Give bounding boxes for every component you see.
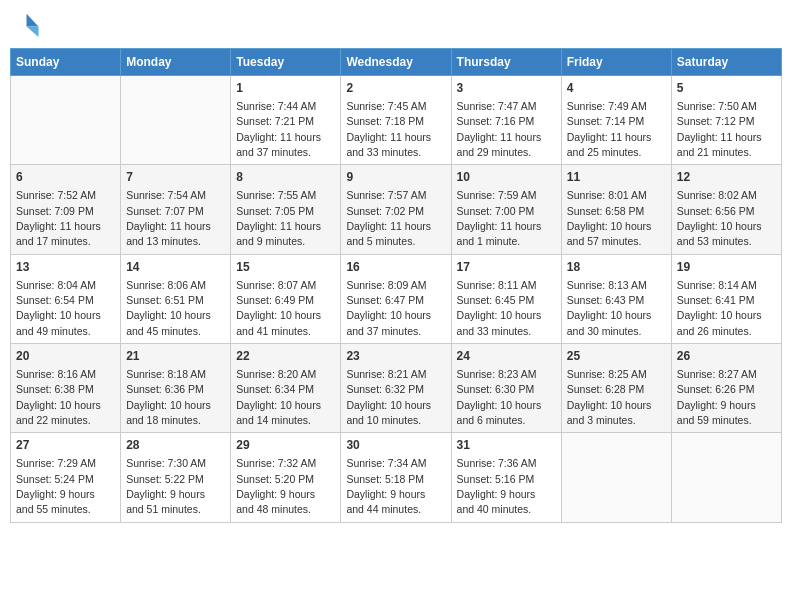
calendar-day-29: 29Sunrise: 7:32 AM Sunset: 5:20 PM Dayli… <box>231 433 341 522</box>
day-number: 19 <box>677 259 776 276</box>
calendar-day-5: 5Sunrise: 7:50 AM Sunset: 7:12 PM Daylig… <box>671 76 781 165</box>
day-number: 8 <box>236 169 335 186</box>
day-number: 14 <box>126 259 225 276</box>
calendar-day-22: 22Sunrise: 8:20 AM Sunset: 6:34 PM Dayli… <box>231 344 341 433</box>
calendar-day-4: 4Sunrise: 7:49 AM Sunset: 7:14 PM Daylig… <box>561 76 671 165</box>
calendar-table: SundayMondayTuesdayWednesdayThursdayFrid… <box>10 48 782 523</box>
day-number: 13 <box>16 259 115 276</box>
day-info: Sunrise: 7:57 AM Sunset: 7:02 PM Dayligh… <box>346 189 431 247</box>
calendar-day-7: 7Sunrise: 7:54 AM Sunset: 7:07 PM Daylig… <box>121 165 231 254</box>
day-info: Sunrise: 7:34 AM Sunset: 5:18 PM Dayligh… <box>346 457 426 515</box>
day-number: 20 <box>16 348 115 365</box>
calendar-day-20: 20Sunrise: 8:16 AM Sunset: 6:38 PM Dayli… <box>11 344 121 433</box>
day-info: Sunrise: 8:23 AM Sunset: 6:30 PM Dayligh… <box>457 368 542 426</box>
day-header-monday: Monday <box>121 49 231 76</box>
day-number: 25 <box>567 348 666 365</box>
day-number: 24 <box>457 348 556 365</box>
day-info: Sunrise: 8:06 AM Sunset: 6:51 PM Dayligh… <box>126 279 211 337</box>
calendar-day-18: 18Sunrise: 8:13 AM Sunset: 6:43 PM Dayli… <box>561 254 671 343</box>
calendar-header-row: SundayMondayTuesdayWednesdayThursdayFrid… <box>11 49 782 76</box>
day-info: Sunrise: 8:02 AM Sunset: 6:56 PM Dayligh… <box>677 189 762 247</box>
calendar-day-19: 19Sunrise: 8:14 AM Sunset: 6:41 PM Dayli… <box>671 254 781 343</box>
day-info: Sunrise: 7:29 AM Sunset: 5:24 PM Dayligh… <box>16 457 96 515</box>
day-info: Sunrise: 8:09 AM Sunset: 6:47 PM Dayligh… <box>346 279 431 337</box>
calendar-day-25: 25Sunrise: 8:25 AM Sunset: 6:28 PM Dayli… <box>561 344 671 433</box>
calendar-day-26: 26Sunrise: 8:27 AM Sunset: 6:26 PM Dayli… <box>671 344 781 433</box>
day-info: Sunrise: 8:25 AM Sunset: 6:28 PM Dayligh… <box>567 368 652 426</box>
calendar-week-3: 13Sunrise: 8:04 AM Sunset: 6:54 PM Dayli… <box>11 254 782 343</box>
day-info: Sunrise: 8:21 AM Sunset: 6:32 PM Dayligh… <box>346 368 431 426</box>
day-number: 21 <box>126 348 225 365</box>
logo-icon <box>10 10 40 40</box>
calendar-day-28: 28Sunrise: 7:30 AM Sunset: 5:22 PM Dayli… <box>121 433 231 522</box>
day-header-tuesday: Tuesday <box>231 49 341 76</box>
day-info: Sunrise: 7:32 AM Sunset: 5:20 PM Dayligh… <box>236 457 316 515</box>
calendar-day-17: 17Sunrise: 8:11 AM Sunset: 6:45 PM Dayli… <box>451 254 561 343</box>
day-number: 2 <box>346 80 445 97</box>
calendar-week-1: 1Sunrise: 7:44 AM Sunset: 7:21 PM Daylig… <box>11 76 782 165</box>
day-info: Sunrise: 7:54 AM Sunset: 7:07 PM Dayligh… <box>126 189 211 247</box>
day-number: 10 <box>457 169 556 186</box>
calendar-day-9: 9Sunrise: 7:57 AM Sunset: 7:02 PM Daylig… <box>341 165 451 254</box>
day-number: 22 <box>236 348 335 365</box>
day-number: 27 <box>16 437 115 454</box>
calendar-day-1: 1Sunrise: 7:44 AM Sunset: 7:21 PM Daylig… <box>231 76 341 165</box>
calendar-day-empty <box>671 433 781 522</box>
day-number: 17 <box>457 259 556 276</box>
calendar-day-12: 12Sunrise: 8:02 AM Sunset: 6:56 PM Dayli… <box>671 165 781 254</box>
day-number: 18 <box>567 259 666 276</box>
calendar-week-2: 6Sunrise: 7:52 AM Sunset: 7:09 PM Daylig… <box>11 165 782 254</box>
day-info: Sunrise: 7:44 AM Sunset: 7:21 PM Dayligh… <box>236 100 321 158</box>
calendar-day-3: 3Sunrise: 7:47 AM Sunset: 7:16 PM Daylig… <box>451 76 561 165</box>
day-info: Sunrise: 7:55 AM Sunset: 7:05 PM Dayligh… <box>236 189 321 247</box>
day-info: Sunrise: 7:50 AM Sunset: 7:12 PM Dayligh… <box>677 100 762 158</box>
day-number: 4 <box>567 80 666 97</box>
day-number: 5 <box>677 80 776 97</box>
day-info: Sunrise: 8:04 AM Sunset: 6:54 PM Dayligh… <box>16 279 101 337</box>
day-info: Sunrise: 8:11 AM Sunset: 6:45 PM Dayligh… <box>457 279 542 337</box>
day-number: 11 <box>567 169 666 186</box>
day-number: 3 <box>457 80 556 97</box>
day-number: 26 <box>677 348 776 365</box>
calendar-day-16: 16Sunrise: 8:09 AM Sunset: 6:47 PM Dayli… <box>341 254 451 343</box>
day-header-friday: Friday <box>561 49 671 76</box>
day-header-thursday: Thursday <box>451 49 561 76</box>
page-header <box>10 10 782 40</box>
calendar-week-4: 20Sunrise: 8:16 AM Sunset: 6:38 PM Dayli… <box>11 344 782 433</box>
logo <box>10 10 44 40</box>
day-header-sunday: Sunday <box>11 49 121 76</box>
day-info: Sunrise: 7:45 AM Sunset: 7:18 PM Dayligh… <box>346 100 431 158</box>
day-number: 1 <box>236 80 335 97</box>
day-info: Sunrise: 7:47 AM Sunset: 7:16 PM Dayligh… <box>457 100 542 158</box>
calendar-day-6: 6Sunrise: 7:52 AM Sunset: 7:09 PM Daylig… <box>11 165 121 254</box>
calendar-day-24: 24Sunrise: 8:23 AM Sunset: 6:30 PM Dayli… <box>451 344 561 433</box>
day-number: 9 <box>346 169 445 186</box>
calendar-day-empty <box>121 76 231 165</box>
calendar-day-empty <box>561 433 671 522</box>
day-header-wednesday: Wednesday <box>341 49 451 76</box>
calendar-week-5: 27Sunrise: 7:29 AM Sunset: 5:24 PM Dayli… <box>11 433 782 522</box>
day-info: Sunrise: 8:13 AM Sunset: 6:43 PM Dayligh… <box>567 279 652 337</box>
day-number: 31 <box>457 437 556 454</box>
day-info: Sunrise: 8:27 AM Sunset: 6:26 PM Dayligh… <box>677 368 757 426</box>
day-number: 12 <box>677 169 776 186</box>
calendar-day-11: 11Sunrise: 8:01 AM Sunset: 6:58 PM Dayli… <box>561 165 671 254</box>
day-info: Sunrise: 7:59 AM Sunset: 7:00 PM Dayligh… <box>457 189 542 247</box>
day-number: 16 <box>346 259 445 276</box>
svg-marker-1 <box>27 27 39 38</box>
calendar-day-21: 21Sunrise: 8:18 AM Sunset: 6:36 PM Dayli… <box>121 344 231 433</box>
calendar-day-30: 30Sunrise: 7:34 AM Sunset: 5:18 PM Dayli… <box>341 433 451 522</box>
day-number: 15 <box>236 259 335 276</box>
day-info: Sunrise: 7:49 AM Sunset: 7:14 PM Dayligh… <box>567 100 652 158</box>
calendar-day-13: 13Sunrise: 8:04 AM Sunset: 6:54 PM Dayli… <box>11 254 121 343</box>
calendar-day-empty <box>11 76 121 165</box>
day-info: Sunrise: 7:52 AM Sunset: 7:09 PM Dayligh… <box>16 189 101 247</box>
day-number: 6 <box>16 169 115 186</box>
day-info: Sunrise: 8:18 AM Sunset: 6:36 PM Dayligh… <box>126 368 211 426</box>
day-number: 30 <box>346 437 445 454</box>
calendar-day-27: 27Sunrise: 7:29 AM Sunset: 5:24 PM Dayli… <box>11 433 121 522</box>
calendar-day-31: 31Sunrise: 7:36 AM Sunset: 5:16 PM Dayli… <box>451 433 561 522</box>
day-info: Sunrise: 8:14 AM Sunset: 6:41 PM Dayligh… <box>677 279 762 337</box>
calendar-day-14: 14Sunrise: 8:06 AM Sunset: 6:51 PM Dayli… <box>121 254 231 343</box>
calendar-day-10: 10Sunrise: 7:59 AM Sunset: 7:00 PM Dayli… <box>451 165 561 254</box>
